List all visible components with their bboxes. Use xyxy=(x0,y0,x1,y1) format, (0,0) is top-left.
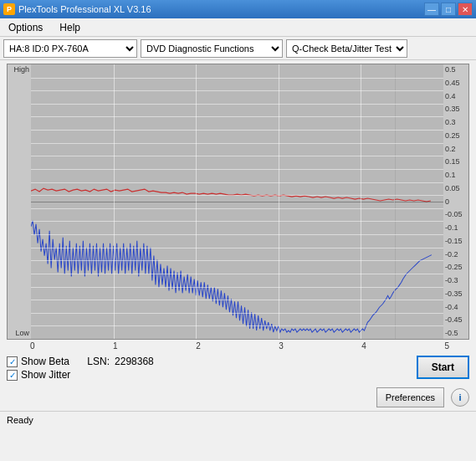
status-text: Ready xyxy=(7,415,33,425)
y-right-label-18: -0.4 xyxy=(445,304,467,311)
function-select[interactable]: DVD Diagnostic Functions xyxy=(141,39,283,58)
test-select[interactable]: Q-Check Beta/Jitter Test xyxy=(286,39,407,58)
y-right-label-10: 0 xyxy=(445,198,467,206)
lsn-label: LSN: xyxy=(87,356,110,367)
x-label-1: 1 xyxy=(113,341,118,351)
y-right-label-19: -0.45 xyxy=(445,316,467,324)
y-right-label-9: 0.05 xyxy=(445,185,467,192)
y-right-label-14: -0.2 xyxy=(445,251,467,259)
x-label-5: 5 xyxy=(444,341,449,351)
y-right-label-1: 0.45 xyxy=(445,79,467,87)
x-label-0: 0 xyxy=(30,341,35,351)
show-beta-row: ✓ Show Beta xyxy=(7,356,70,367)
show-beta-label: Show Beta xyxy=(21,356,69,367)
window-controls: — □ ✕ xyxy=(424,3,473,16)
x-label-3: 3 xyxy=(279,341,284,351)
y-right-label-2: 0.4 xyxy=(445,93,467,100)
minimize-button[interactable]: — xyxy=(424,3,439,16)
y-right-label-4: 0.3 xyxy=(445,119,467,126)
info-button[interactable]: i xyxy=(451,388,469,407)
drive-select[interactable]: HA:8 ID:0 PX-760A xyxy=(3,39,137,58)
x-axis: 0 1 2 3 4 5 xyxy=(3,340,473,351)
y-right-label-6: 0.2 xyxy=(445,146,467,153)
show-jitter-label: Show Jitter xyxy=(21,369,70,381)
y-axis-left: High Low xyxy=(8,64,31,339)
menu-bar: Options Help xyxy=(0,18,476,37)
maximize-button[interactable]: □ xyxy=(441,3,456,16)
status-bar: Ready xyxy=(0,411,476,428)
toolbar: HA:8 ID:0 PX-760A DVD Diagnostic Functio… xyxy=(0,37,476,60)
bottom-controls: ✓ Show Beta ✓ Show Jitter LSN: 2298368 S… xyxy=(0,351,476,386)
y-right-label-17: -0.35 xyxy=(445,290,467,298)
y-right-label-5: 0.25 xyxy=(445,132,467,140)
title-bar: P PlexTools Professional XL V3.16 — □ ✕ xyxy=(0,0,476,18)
show-jitter-checkbox[interactable]: ✓ xyxy=(7,370,18,381)
app-icon: P xyxy=(3,3,15,15)
y-right-label-16: -0.3 xyxy=(445,277,467,284)
preferences-row: Preferences i xyxy=(0,386,476,411)
lsn-area: LSN: 2298368 xyxy=(87,356,153,367)
y-axis-right: 0.5 0.45 0.4 0.35 0.3 0.25 0.2 0.15 0.1 … xyxy=(443,64,468,339)
y-right-label-20: -0.5 xyxy=(445,330,467,337)
lsn-value: 2298368 xyxy=(115,356,154,367)
close-button[interactable]: ✕ xyxy=(458,3,473,16)
y-right-label-12: -0.1 xyxy=(445,224,467,232)
y-right-label-7: 0.15 xyxy=(445,158,467,166)
chart-inner xyxy=(31,64,443,339)
preferences-button[interactable]: Preferences xyxy=(376,387,444,407)
menu-help[interactable]: Help xyxy=(54,20,85,35)
y-right-label-0: 0.5 xyxy=(445,66,467,74)
y-right-label-8: 0.1 xyxy=(445,172,467,179)
menu-options[interactable]: Options xyxy=(3,20,48,35)
y-right-label-15: -0.25 xyxy=(445,264,467,271)
chart-area: High Low xyxy=(7,64,469,340)
show-jitter-row: ✓ Show Jitter xyxy=(7,369,70,381)
x-label-4: 4 xyxy=(361,341,366,351)
checkbox-group: ✓ Show Beta ✓ Show Jitter xyxy=(7,356,70,381)
y-right-label-13: -0.15 xyxy=(445,238,467,245)
y-right-label-3: 0.35 xyxy=(445,105,467,113)
y-low-label: Low xyxy=(9,330,29,337)
window-title: PlexTools Professional XL V3.16 xyxy=(18,4,151,14)
y-high-label: High xyxy=(9,66,29,74)
show-beta-checkbox[interactable]: ✓ xyxy=(7,356,18,367)
x-label-2: 2 xyxy=(196,341,201,351)
y-right-label-11: -0.05 xyxy=(445,211,467,218)
start-button[interactable]: Start xyxy=(417,356,469,379)
